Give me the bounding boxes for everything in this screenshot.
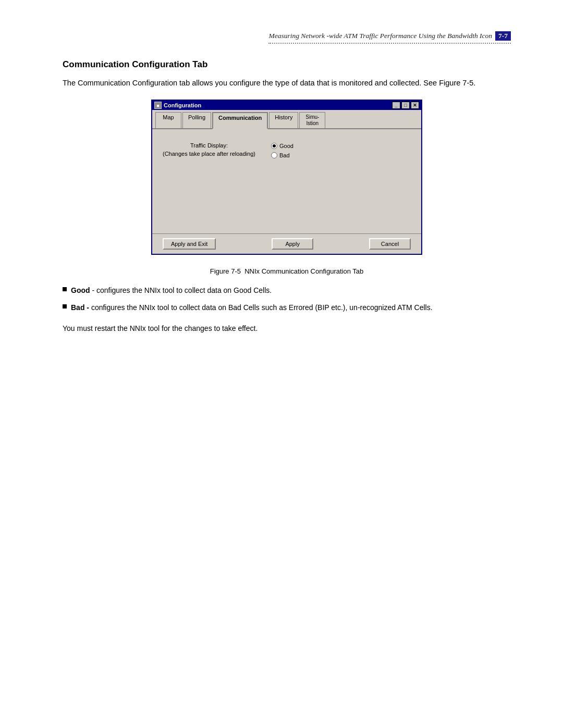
radio-good-label: Good [279, 143, 293, 149]
radio-bad-circle [271, 152, 277, 158]
figure-caption: Figure 7-5 NNIx Communication Configurat… [63, 267, 511, 275]
tab-history[interactable]: History [269, 112, 298, 128]
header-divider [268, 43, 511, 44]
dialog-titlebar: ■ Configuration _ □ ✕ [152, 101, 421, 110]
figure-number: Figure 7-5 [210, 267, 241, 275]
tab-communication[interactable]: Communication [212, 112, 268, 129]
closing-text: You must restart the NNIx tool for the c… [63, 323, 511, 334]
titlebar-controls: _ □ ✕ [392, 102, 419, 109]
figure-title: NNIx Communication Configuration Tab [244, 267, 363, 275]
intro-text: The Communication Configuration tab allo… [63, 77, 511, 89]
traffic-display-section: Traffic Display: (Changes take place aft… [163, 142, 411, 158]
radio-good[interactable]: Good [271, 143, 293, 149]
bullet-icon-good [63, 287, 67, 291]
dialog-title-area: ■ Configuration [154, 102, 201, 109]
bullet-icon-bad [63, 304, 67, 309]
header-page-num: 7-7 [495, 31, 511, 41]
radio-good-circle [271, 143, 277, 149]
tab-polling[interactable]: Polling [182, 112, 211, 128]
maximize-button[interactable]: □ [401, 102, 410, 109]
page-header: Measuring Network -wide ATM Traffic Perf… [63, 31, 511, 44]
dialog-window: ■ Configuration _ □ ✕ Map Polling Commun… [151, 100, 422, 255]
page: Measuring Network -wide ATM Traffic Perf… [0, 0, 563, 728]
bullet-text-good: Good - configures the NNIx tool to colle… [71, 285, 272, 296]
dialog-wrapper: ■ Configuration _ □ ✕ Map Polling Commun… [63, 100, 511, 255]
bullet-text-bad: Bad - configures the NNIx tool to collec… [71, 302, 433, 313]
section-title: Communication Configuration Tab [63, 59, 511, 70]
header-right: Measuring Network -wide ATM Traffic Perf… [268, 31, 511, 44]
radio-bad-label: Bad [279, 152, 290, 158]
dialog-title-text: Configuration [164, 102, 201, 108]
bullet-item-bad: Bad - configures the NNIx tool to collec… [63, 302, 511, 313]
tabs-bar: Map Polling Communication History Simu-l… [152, 110, 421, 129]
traffic-label-line1: Traffic Display: [190, 142, 228, 149]
tab-map[interactable]: Map [155, 112, 181, 128]
minimize-button[interactable]: _ [392, 102, 400, 109]
cancel-button[interactable]: Cancel [369, 238, 411, 250]
dialog-footer: Apply and Exit Apply Cancel [152, 233, 421, 254]
radio-bad[interactable]: Bad [271, 152, 293, 158]
apply-button[interactable]: Apply [272, 238, 313, 250]
traffic-display-label: Traffic Display: (Changes take place aft… [163, 142, 255, 158]
close-button[interactable]: ✕ [411, 102, 419, 109]
bullet-list: Good - configures the NNIx tool to colle… [63, 285, 511, 313]
traffic-label-line2: (Changes take place after reloading) [163, 151, 255, 157]
apply-exit-button[interactable]: Apply and Exit [163, 238, 216, 250]
tab-simulation[interactable]: Simu-lstion [299, 112, 325, 128]
dialog-content: Traffic Display: (Changes take place aft… [152, 129, 421, 233]
dialog-icon: ■ [154, 102, 162, 109]
radio-group: Good Bad [271, 143, 293, 158]
header-text: Measuring Network -wide ATM Traffic Perf… [268, 32, 492, 40]
bullet-item-good: Good - configures the NNIx tool to colle… [63, 285, 511, 296]
